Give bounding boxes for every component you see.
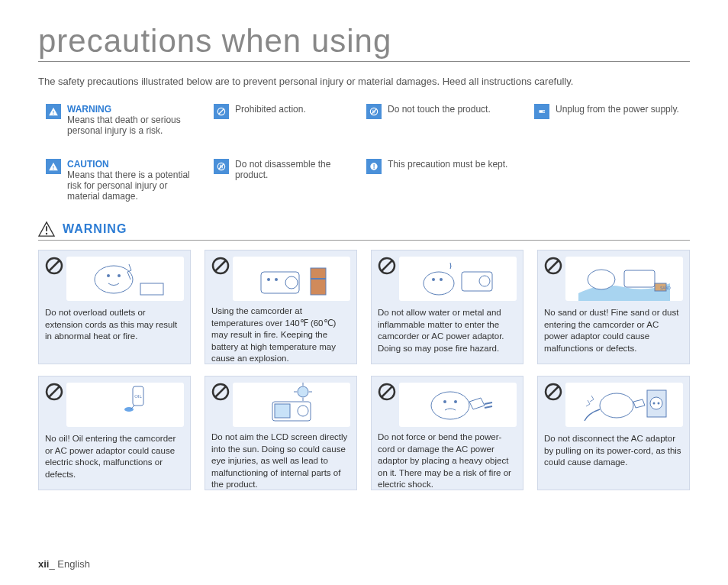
- keep-desc: This precaution must be kept.: [388, 159, 507, 202]
- legend-warning: ! WARNING Means that death or serious pe…: [46, 104, 198, 136]
- prohibited-icon: [378, 383, 396, 401]
- svg-rect-33: [311, 278, 326, 280]
- touch-desc: Do not touch the product.: [388, 104, 491, 136]
- svg-rect-25: [140, 283, 163, 295]
- legend-unplug: Unplug from the power supply.: [534, 104, 702, 136]
- warning-label: WARNING: [67, 104, 198, 115]
- prohibited-icon: [211, 383, 230, 401]
- legend-grid: ! WARNING Means that death or serious pe…: [38, 104, 690, 202]
- prohibited-desc: Prohibited action.: [235, 104, 306, 136]
- prohibited-icon: [544, 383, 562, 401]
- svg-point-23: [107, 274, 110, 277]
- card-lcd-sun: Do not aim the LCD screen directly into …: [205, 376, 357, 490]
- svg-rect-32: [311, 268, 326, 295]
- illustration: [233, 383, 350, 427]
- svg-point-74: [658, 402, 660, 405]
- prohibited-icon: [214, 104, 229, 119]
- svg-line-48: [49, 386, 60, 397]
- legend-disassemble: Do not disassemble the product.: [214, 159, 351, 202]
- must-keep-icon: !: [366, 159, 382, 174]
- illustration: [399, 383, 517, 427]
- unplug-desc: Unplug from the power supply.: [556, 104, 679, 136]
- disassemble-desc: Do not disassemble the product.: [235, 159, 351, 202]
- svg-point-66: [454, 400, 457, 403]
- legend-caution: ! CAUTION Means that there is a potentia…: [46, 159, 198, 202]
- legend-touch: Do not touch the product.: [366, 104, 519, 136]
- caution-label: CAUTION: [67, 159, 198, 170]
- prohibited-icon: [45, 257, 63, 275]
- page-title: precautions when using: [38, 23, 690, 62]
- svg-text:!: !: [53, 165, 54, 170]
- warning-icon: [38, 221, 55, 238]
- card-sand-dust: SAND No sand or dust! Fine sand or dust …: [537, 250, 690, 364]
- illustration: SAND: [565, 257, 683, 301]
- card-text: Do not overload outlets or extension cor…: [45, 307, 184, 357]
- warning-desc: Means that death or serious personal inj…: [67, 115, 181, 136]
- card-oil: OIL No oil! Oil entering the camcorder o…: [38, 376, 191, 490]
- illustration: [233, 257, 350, 301]
- svg-point-29: [285, 276, 298, 289]
- illustration: OIL: [66, 383, 184, 427]
- svg-point-40: [440, 278, 443, 281]
- page-footer: xii_ English: [38, 558, 90, 570]
- caution-triangle-icon: !: [46, 159, 61, 174]
- warning-section-header: WARNING: [38, 221, 690, 241]
- card-overload: Do not overload outlets or extension cor…: [38, 250, 191, 364]
- svg-line-21: [49, 260, 60, 271]
- svg-point-75: [600, 393, 633, 418]
- prohibited-icon: [378, 257, 396, 275]
- svg-line-35: [382, 260, 392, 271]
- legend-prohibited: Prohibited action.: [214, 104, 351, 136]
- prohibited-icon: [211, 257, 230, 275]
- svg-point-64: [431, 392, 469, 419]
- warning-heading: WARNING: [63, 222, 127, 236]
- svg-line-3: [219, 109, 224, 115]
- svg-point-30: [267, 278, 270, 281]
- svg-line-27: [215, 260, 226, 271]
- no-disassemble-icon: [214, 159, 229, 174]
- legend-keep: ! This precaution must be kept.: [366, 159, 519, 202]
- svg-point-31: [275, 278, 278, 281]
- svg-text:SAND: SAND: [660, 286, 671, 290]
- svg-point-54: [298, 386, 308, 397]
- caution-desc: Means that there is a potential risk for…: [67, 170, 190, 202]
- warning-cards: Do not overload outlets or extension cor…: [38, 250, 690, 490]
- svg-text:!: !: [373, 163, 375, 170]
- svg-line-68: [485, 406, 492, 408]
- svg-line-42: [548, 260, 559, 271]
- page-language: English: [57, 558, 90, 570]
- card-text: Do not aim the LCD screen directly into …: [211, 431, 350, 491]
- svg-line-70: [548, 386, 559, 397]
- illustration: [399, 257, 517, 301]
- illustration: [565, 383, 683, 427]
- card-water-metal: Do not allow water or metal and inflamma…: [371, 250, 523, 364]
- page-number: xii: [38, 558, 49, 570]
- card-disconnect: Do not disconnect the AC adaptor by pull…: [537, 376, 690, 490]
- illustration: [66, 257, 184, 301]
- svg-point-38: [479, 276, 490, 286]
- warning-triangle-icon: !: [46, 104, 61, 119]
- card-text: Do not allow water or metal and inflamma…: [378, 307, 517, 357]
- svg-point-19: [46, 233, 47, 234]
- svg-line-14: [219, 164, 224, 170]
- svg-point-24: [118, 274, 121, 277]
- intro-text: The safety precautions illustrated below…: [38, 76, 690, 87]
- card-text: Do not force or bend the power-cord or d…: [378, 431, 517, 491]
- svg-text:!: !: [53, 110, 54, 115]
- svg-point-22: [95, 266, 133, 293]
- card-bend-cord: Do not force or bend the power-cord or d…: [371, 376, 523, 490]
- card-text: No oil! Oil entering the camcorder or AC…: [45, 433, 184, 483]
- svg-point-36: [424, 272, 454, 295]
- svg-line-53: [215, 386, 226, 397]
- svg-point-65: [443, 400, 446, 403]
- svg-line-63: [382, 386, 392, 397]
- svg-point-39: [432, 278, 435, 281]
- card-temperature: Using the camcorder at temperatures over…: [205, 250, 357, 364]
- card-text: Do not disconnect the AC adaptor by pull…: [544, 433, 683, 483]
- svg-point-61: [298, 406, 308, 416]
- prohibited-icon: [45, 383, 63, 401]
- svg-point-72: [650, 397, 662, 409]
- svg-text:OIL: OIL: [134, 394, 142, 399]
- svg-rect-60: [275, 404, 290, 418]
- svg-point-43: [588, 270, 615, 289]
